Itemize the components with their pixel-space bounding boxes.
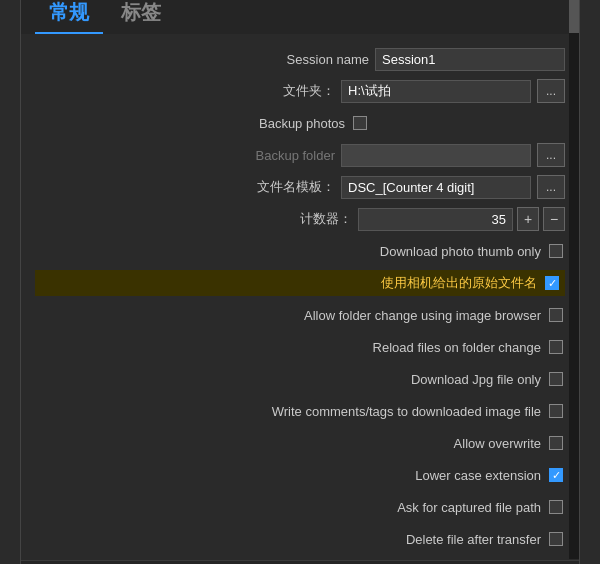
reload-files-row: Reload files on folder change <box>35 334 565 360</box>
download-jpg-checkbox[interactable] <box>549 372 563 386</box>
backup-folder-row: Backup folder ... <box>35 142 565 168</box>
backup-folder-input <box>341 144 531 167</box>
reload-files-checkbox[interactable] <box>549 340 563 354</box>
delete-after-transfer-label: Delete file after transfer <box>371 532 541 547</box>
counter-plus-button[interactable]: + <box>517 207 539 231</box>
allow-overwrite-checkbox-wrap <box>547 434 565 452</box>
reload-files-checkbox-wrap <box>547 338 565 356</box>
tab-tags[interactable]: 标签 <box>107 0 175 34</box>
lower-case-row: Lower case extension ✓ <box>35 462 565 488</box>
lower-case-checkmark: ✓ <box>552 470 561 481</box>
dialog: 添加或编辑会话 帮助 | × 常规 标签 Session name 文件夹： .… <box>20 0 580 564</box>
counter-row: 计数器： + − <box>35 206 565 232</box>
delete-after-transfer-row: Delete file after transfer <box>35 526 565 552</box>
download-thumb-checkbox-wrap <box>547 242 565 260</box>
ask-file-path-checkbox[interactable] <box>549 500 563 514</box>
allow-overwrite-label: Allow overwrite <box>371 436 541 451</box>
folder-browse-button[interactable]: ... <box>537 79 565 103</box>
write-comments-row: Write comments/tags to downloaded image … <box>35 398 565 424</box>
counter-label: 计数器： <box>182 210 352 228</box>
write-comments-checkbox[interactable] <box>549 404 563 418</box>
download-jpg-row: Download Jpg file only <box>35 366 565 392</box>
file-template-row: 文件名模板： ... <box>35 174 565 200</box>
file-template-browse-button[interactable]: ... <box>537 175 565 199</box>
session-name-input[interactable] <box>375 48 565 71</box>
download-jpg-label: Download Jpg file only <box>371 372 541 387</box>
counter-minus-button[interactable]: − <box>543 207 565 231</box>
ask-file-path-row: Ask for captured file path <box>35 494 565 520</box>
download-thumb-label: Download photo thumb only <box>371 244 541 259</box>
allow-overwrite-checkbox[interactable] <box>549 436 563 450</box>
download-thumb-checkbox[interactable] <box>549 244 563 258</box>
write-comments-checkbox-wrap <box>547 402 565 420</box>
file-template-label: 文件名模板： <box>165 178 335 196</box>
allow-folder-change-label: Allow folder change using image browser <box>304 308 541 323</box>
use-original-name-row: 使用相机给出的原始文件名 ✓ <box>35 270 565 296</box>
use-original-name-checkmark: ✓ <box>548 278 557 289</box>
footer: 确定 知乎 | 翻译 <box>21 560 579 564</box>
form-content: Session name 文件夹： ... Backup photos Back… <box>21 34 579 560</box>
file-template-input[interactable] <box>341 176 531 199</box>
ask-file-path-label: Ask for captured file path <box>371 500 541 515</box>
tab-general[interactable]: 常规 <box>35 0 103 34</box>
backup-photos-label: Backup photos <box>175 116 345 131</box>
allow-folder-change-row: Allow folder change using image browser <box>35 302 565 328</box>
folder-label: 文件夹： <box>165 82 335 100</box>
use-original-name-checkbox-wrap: ✓ <box>543 274 561 292</box>
allow-overwrite-row: Allow overwrite <box>35 430 565 456</box>
backup-photos-checkbox[interactable] <box>353 116 367 130</box>
session-name-label: Session name <box>199 52 369 67</box>
allow-folder-change-checkbox[interactable] <box>549 308 563 322</box>
backup-photos-checkbox-wrap <box>351 114 369 132</box>
write-comments-label: Write comments/tags to downloaded image … <box>272 404 541 419</box>
backup-folder-label: Backup folder <box>165 148 335 163</box>
counter-controls: + − <box>358 207 565 231</box>
allow-folder-change-checkbox-wrap <box>547 306 565 324</box>
folder-input[interactable] <box>341 80 531 103</box>
lower-case-label: Lower case extension <box>371 468 541 483</box>
tabs-header: 常规 标签 <box>21 0 579 34</box>
lower-case-checkbox[interactable]: ✓ <box>549 468 563 482</box>
delete-after-transfer-checkbox-wrap <box>547 530 565 548</box>
delete-after-transfer-checkbox[interactable] <box>549 532 563 546</box>
backup-folder-browse-button[interactable]: ... <box>537 143 565 167</box>
session-name-row: Session name <box>35 46 565 72</box>
use-original-name-label: 使用相机给出的原始文件名 <box>367 274 537 292</box>
use-original-name-checkbox[interactable]: ✓ <box>545 276 559 290</box>
download-thumb-row: Download photo thumb only <box>35 238 565 264</box>
scrollbar-track <box>569 0 579 559</box>
ask-file-path-checkbox-wrap <box>547 498 565 516</box>
folder-row: 文件夹： ... <box>35 78 565 104</box>
scrollbar-thumb[interactable] <box>569 0 579 33</box>
download-jpg-checkbox-wrap <box>547 370 565 388</box>
lower-case-checkbox-wrap: ✓ <box>547 466 565 484</box>
backup-photos-row: Backup photos <box>35 110 565 136</box>
reload-files-label: Reload files on folder change <box>371 340 541 355</box>
counter-input[interactable] <box>358 208 513 231</box>
